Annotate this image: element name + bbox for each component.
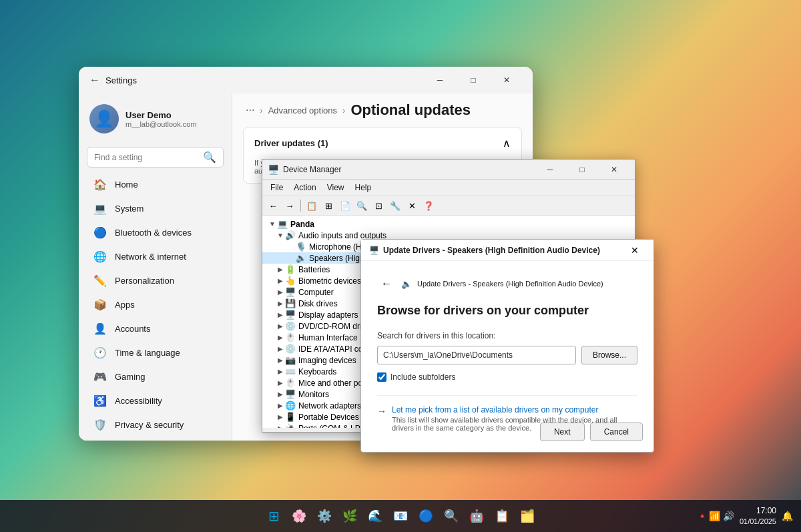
- dm-menu-action[interactable]: Action: [288, 181, 321, 194]
- dm-tb-btn1[interactable]: 📋: [304, 198, 320, 213]
- expand-icon: ▶: [276, 379, 285, 386]
- expand-icon: ▶: [276, 356, 285, 364]
- driver-updates-title: Driver updates (1): [254, 138, 328, 148]
- dm-menu-view[interactable]: View: [322, 181, 350, 194]
- apps-icon: 📦: [93, 298, 107, 311]
- sidebar-item-label: Privacy & security: [115, 420, 184, 430]
- breadcrumb-dots[interactable]: ···: [246, 104, 254, 116]
- expand-icon: ▶: [276, 345, 285, 352]
- taskbar-edge-icon[interactable]: 🌊: [364, 505, 386, 527]
- search-box[interactable]: 🔍: [87, 147, 224, 168]
- volume-tray-icon[interactable]: 🔊: [723, 511, 734, 521]
- search-input[interactable]: [94, 153, 199, 162]
- maximize-button[interactable]: □: [458, 69, 489, 91]
- ud-device-title: Update Drivers - Speakers (High Definiti…: [417, 280, 603, 288]
- sidebar-item-accessibility[interactable]: ♿ Accessibility: [83, 389, 228, 413]
- ud-title-with-icon: 🔈 Update Drivers - Speakers (High Defini…: [401, 279, 603, 289]
- sidebar-item-gaming[interactable]: 🎮 Gaming: [83, 365, 228, 388]
- settings-titlebar: ← Settings ─ □ ✕: [79, 67, 533, 93]
- window-controls: ─ □ ✕: [425, 69, 522, 91]
- dm-tb-btn6[interactable]: 🔧: [387, 198, 403, 213]
- network-tray-icon[interactable]: 📶: [709, 511, 720, 521]
- update-drivers-dialog: 🖥️ Update Drivers - Speakers (High Defin…: [360, 239, 654, 453]
- sidebar-item-system[interactable]: 💻 System: [83, 197, 228, 220]
- dm-tb-btn4[interactable]: 🔍: [354, 198, 370, 213]
- ud-window-icon: 🖥️: [369, 246, 379, 255]
- taskbar-notes-icon[interactable]: 📋: [491, 505, 513, 527]
- sidebar-item-label: Bluetooth & devices: [115, 228, 192, 238]
- close-button[interactable]: ✕: [491, 69, 522, 91]
- sidebar-item-apps[interactable]: 📦 Apps: [83, 293, 228, 316]
- search-icon: 🔍: [203, 151, 216, 164]
- ud-browse-button[interactable]: Browse...: [581, 346, 637, 364]
- taskbar-widgets-icon[interactable]: 🌸: [288, 505, 310, 527]
- dm-tb-btn5[interactable]: ⊡: [370, 198, 386, 213]
- taskbar-start-button[interactable]: ⊞: [263, 505, 284, 527]
- dm-tb-btn8[interactable]: ❓: [421, 198, 437, 213]
- taskbar-clock[interactable]: 17:00 01/01/2025: [740, 506, 776, 526]
- page-title: Optional updates: [350, 101, 471, 119]
- taskbar-search-icon[interactable]: 🔍: [441, 505, 462, 527]
- sidebar-item-time[interactable]: 🕐 Time & language: [83, 341, 228, 364]
- accessibility-icon: ♿: [93, 394, 107, 407]
- taskbar-notification-icon[interactable]: 🔔: [782, 511, 793, 521]
- taskbar-mail-icon[interactable]: 📧: [390, 505, 411, 527]
- ud-path-input[interactable]: [377, 346, 576, 364]
- taskbar-settings-icon[interactable]: ⚙️: [314, 505, 335, 527]
- ud-next-button[interactable]: Next: [540, 423, 585, 441]
- user-email: m__lab@outlook.com: [125, 120, 197, 128]
- expand-icon: ▶: [276, 390, 285, 398]
- dm-tb-btn7[interactable]: ✕: [404, 198, 420, 213]
- disk-icon: 💾: [285, 298, 296, 308]
- computer2-icon: 🖥️: [285, 287, 296, 297]
- ide-icon: 💿: [285, 344, 296, 354]
- expand-icon: ▶: [276, 288, 285, 296]
- ud-path-label: Search for drivers in this location:: [377, 331, 637, 340]
- dm-close-button[interactable]: ✕: [599, 160, 629, 180]
- dm-menu-file[interactable]: File: [265, 181, 288, 194]
- taskbar-ai-icon[interactable]: 🤖: [466, 505, 487, 527]
- dm-menu-help[interactable]: Help: [350, 181, 377, 194]
- ud-back-button[interactable]: ←: [377, 274, 396, 293]
- sidebar-item-label: Personalization: [115, 276, 174, 286]
- taskbar-files-icon[interactable]: 🌿: [339, 505, 360, 527]
- sidebar-item-privacy[interactable]: 🛡️ Privacy & security: [83, 413, 228, 437]
- time-icon: 🕐: [93, 346, 107, 359]
- sidebar-item-home[interactable]: 🏠 Home: [83, 173, 228, 196]
- dm-title-left: 🖥️ Device Manager: [268, 164, 341, 175]
- taskbar-folder-icon[interactable]: 🗂️: [517, 505, 538, 527]
- avatar: 👤: [89, 104, 119, 134]
- system-tray-up-arrow[interactable]: 🔺: [698, 512, 706, 519]
- dm-forward-btn[interactable]: →: [282, 198, 298, 213]
- back-arrow[interactable]: ←: [89, 74, 100, 86]
- driver-updates-header[interactable]: Driver updates (1) ∧: [244, 127, 521, 159]
- dm-maximize-button[interactable]: □: [567, 160, 597, 180]
- personalization-icon: ✏️: [93, 274, 107, 287]
- sidebar-item-bluetooth[interactable]: 🔵 Bluetooth & devices: [83, 221, 228, 244]
- dm-titlebar: 🖥️ Device Manager ─ □ ✕: [262, 160, 635, 180]
- dm-minimize-button[interactable]: ─: [535, 160, 565, 180]
- breadcrumb-advanced-link[interactable]: Advanced options: [268, 105, 337, 115]
- dm-tb-btn2[interactable]: ⊞: [320, 198, 336, 213]
- breadcrumb-sep2: ›: [342, 105, 345, 115]
- sidebar-item-label: Home: [115, 180, 138, 190]
- battery-icon: 🔋: [285, 264, 296, 274]
- ud-cancel-button[interactable]: Cancel: [590, 423, 643, 441]
- sidebar-item-accounts[interactable]: 👤 Accounts: [83, 317, 228, 340]
- ud-include-subfolders-checkbox[interactable]: [377, 372, 386, 382]
- tree-item-panda[interactable]: ▼ 💻 Panda: [262, 218, 635, 230]
- gaming-icon: 🎮: [93, 370, 107, 383]
- dm-tb-btn3[interactable]: 📄: [337, 198, 353, 213]
- ud-close-button[interactable]: ✕: [624, 241, 645, 260]
- taskbar-browser1-icon[interactable]: 🔵: [415, 505, 437, 527]
- ud-content: ← 🔈 Update Drivers - Speakers (High Defi…: [361, 261, 653, 445]
- monitor-icon: 🖥️: [285, 389, 296, 399]
- sidebar-item-label: Apps: [115, 300, 135, 310]
- dm-back-btn[interactable]: ←: [265, 198, 281, 213]
- sidebar-item-personalization[interactable]: ✏️ Personalization: [83, 269, 228, 292]
- expand-icon: ▶: [276, 300, 285, 307]
- settings-sidebar: 👤 User Demo m__lab@outlook.com 🔍 🏠 Home …: [79, 93, 232, 441]
- sidebar-item-network[interactable]: 🌐 Network & internet: [83, 245, 228, 268]
- speakers-icon: 🔈: [296, 253, 306, 263]
- minimize-button[interactable]: ─: [425, 69, 455, 91]
